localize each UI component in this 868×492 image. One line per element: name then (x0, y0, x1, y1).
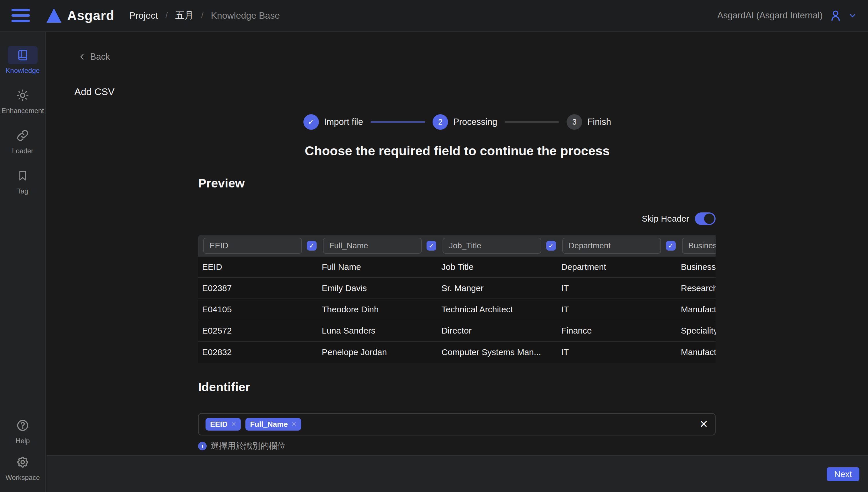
sun-icon (8, 86, 38, 104)
column-field-input-job-title[interactable] (443, 238, 541, 254)
skip-header-toggle[interactable] (695, 213, 716, 225)
sidebar-item-label: Knowledge (6, 67, 40, 75)
table-cell: IT (557, 347, 677, 357)
step-finish: 3 Finish (567, 114, 611, 130)
identifier-tag-full-name: Full_Name ✕ (245, 418, 301, 430)
sidebar: Knowledge Enhancement Loader Tag Help W (0, 32, 46, 492)
table-cell: EEID (198, 262, 318, 272)
preview-table-body: EEID Full Name Job Title Department Busi… (198, 256, 716, 363)
step-label: Import file (324, 117, 363, 127)
sidebar-item-workspace[interactable]: Workspace (5, 453, 40, 482)
table-row: E02572 Luna Sanders Director Finance Spe… (198, 320, 716, 342)
sidebar-item-label: Enhancement (1, 107, 44, 115)
step-check-icon: ✓ (303, 114, 319, 130)
table-cell: Full Name (318, 262, 438, 272)
table-cell: Manufactu (677, 304, 716, 314)
breadcrumb-project[interactable]: Project (129, 10, 158, 21)
check-icon: ✓ (548, 243, 554, 249)
check-icon: ✓ (428, 243, 434, 249)
tag-label: EEID (210, 420, 228, 429)
preview-heading: Preview (198, 176, 245, 190)
back-label: Back (90, 52, 110, 62)
preview-table-header: ✓ ✓ ✓ ✓ ✓ (198, 235, 716, 256)
breadcrumb: Project / 五月 / Knowledge Base (129, 9, 279, 22)
step-number: 2 (432, 114, 448, 130)
table-cell: Director (438, 326, 557, 336)
identifier-heading: Identifier (198, 380, 250, 394)
identifier-input[interactable]: EEID ✕ Full_Name ✕ ✕ (198, 413, 716, 436)
table-cell: Technical Architect (438, 304, 557, 314)
table-cell: E02572 (198, 326, 318, 336)
table-row: E02387 Emily Davis Sr. Manger IT Researc… (198, 278, 716, 299)
sidebar-item-label: Help (16, 437, 30, 445)
user-icon[interactable] (829, 9, 842, 22)
sidebar-item-label: Workspace (5, 474, 40, 482)
table-row: E02832 Penelope Jordan Computer Systems … (198, 342, 716, 363)
app-logo-text: Asgard (67, 8, 114, 23)
link-icon (8, 126, 38, 145)
table-cell: Manufactu (677, 347, 716, 357)
account-label: AsgardAI (Asgard Internal) (717, 10, 823, 21)
table-cell: Job Title (438, 262, 557, 272)
column-field-input-eeid[interactable] (203, 238, 302, 254)
breadcrumb-month[interactable]: 五月 (175, 9, 194, 22)
table-cell: Penelope Jordan (318, 347, 438, 357)
tag-remove-icon[interactable]: ✕ (231, 420, 236, 428)
step-label: Processing (453, 117, 497, 127)
breadcrumb-knowledge-base[interactable]: Knowledge Base (211, 10, 280, 21)
step-connector (371, 121, 425, 123)
sidebar-item-label: Tag (17, 187, 28, 195)
menu-icon[interactable] (11, 9, 30, 22)
table-cell: IT (557, 304, 677, 314)
breadcrumb-separator: / (201, 10, 203, 20)
sidebar-item-tag[interactable]: Tag (8, 167, 38, 195)
next-button[interactable]: Next (827, 467, 860, 481)
column-checkbox-department[interactable]: ✓ (666, 241, 676, 251)
sidebar-item-knowledge[interactable]: Knowledge (6, 46, 40, 75)
step-number: 3 (567, 114, 582, 130)
column-checkbox-full-name[interactable]: ✓ (426, 241, 436, 251)
table-row: EEID Full Name Job Title Department Busi… (198, 256, 716, 278)
identifier-hint: 選擇用於識別的欄位 (211, 440, 286, 452)
tag-remove-icon[interactable]: ✕ (291, 420, 297, 428)
back-button[interactable]: Back (78, 52, 110, 62)
clear-identifier-icon[interactable]: ✕ (699, 418, 708, 430)
preview-table: ✓ ✓ ✓ ✓ ✓ EEID Full Name Job Title Depar… (198, 235, 716, 363)
table-row: E04105 Theodore Dinh Technical Architect… (198, 299, 716, 320)
sidebar-item-help[interactable]: Help (8, 416, 38, 445)
logo-triangle-icon (47, 8, 61, 23)
table-cell: Department (557, 262, 677, 272)
step-processing: 2 Processing (432, 114, 497, 130)
gear-icon (8, 453, 38, 471)
column-checkbox-job-title[interactable]: ✓ (546, 241, 556, 251)
chevron-left-icon (78, 53, 86, 61)
check-icon: ✓ (309, 243, 314, 249)
step-connector (504, 121, 559, 123)
table-cell: E02387 (198, 283, 318, 293)
table-cell: Sr. Manger (438, 283, 557, 293)
identifier-tag-eeid: EEID ✕ (205, 418, 241, 430)
chevron-down-icon[interactable] (848, 11, 857, 20)
page-title: Add CSV (74, 86, 115, 97)
column-field-input-business[interactable] (682, 238, 716, 254)
toggle-knob (704, 214, 714, 224)
check-icon: ✓ (668, 243, 673, 249)
column-checkbox-eeid[interactable]: ✓ (307, 241, 317, 251)
table-cell: Emily Davis (318, 283, 438, 293)
table-cell: Luna Sanders (318, 326, 438, 336)
column-field-input-department[interactable] (562, 238, 661, 254)
book-icon (8, 46, 38, 64)
sidebar-item-label: Loader (12, 147, 33, 155)
table-cell: Research (677, 283, 716, 293)
stepper: ✓ Import file 2 Processing 3 Finish (47, 114, 868, 130)
table-cell: Business (677, 262, 716, 272)
sidebar-item-loader[interactable]: Loader (8, 126, 38, 155)
step-label: Finish (587, 117, 611, 127)
table-cell: E04105 (198, 304, 318, 314)
breadcrumb-separator: / (165, 10, 168, 20)
table-cell: Theodore Dinh (318, 304, 438, 314)
top-header: Asgard Project / 五月 / Knowledge Base Asg… (0, 0, 868, 31)
sidebar-item-enhancement[interactable]: Enhancement (1, 86, 44, 115)
help-icon (8, 416, 38, 435)
column-field-input-full-name[interactable] (323, 238, 422, 254)
